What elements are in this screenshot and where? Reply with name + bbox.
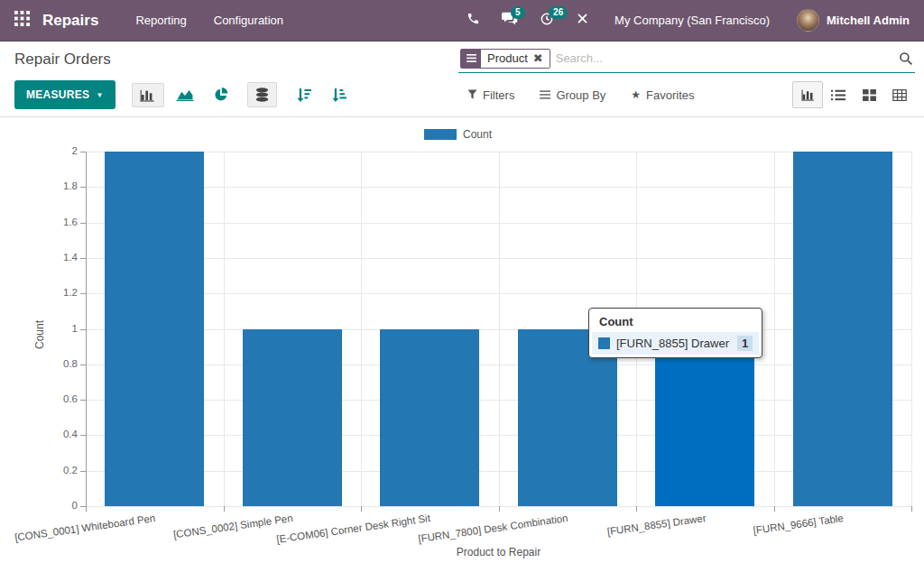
- control-panel: Repair Orders Product ✖ MEASURES ▼: [0, 42, 924, 117]
- y-tick-label: 2: [42, 145, 78, 156]
- y-tick-label: 0.4: [42, 429, 78, 439]
- debug-tools-button[interactable]: [565, 0, 600, 42]
- filters-menu[interactable]: Filters: [467, 88, 514, 102]
- view-switcher: [792, 81, 915, 108]
- legend-swatch: [424, 129, 457, 140]
- y-tick-label: 1.2: [42, 287, 78, 298]
- top-navbar: Repairs Reporting Configuration 5 26 My …: [0, 0, 924, 42]
- chevron-down-icon: ▼: [96, 91, 103, 99]
- search-bar: Product ✖: [458, 47, 915, 73]
- x-tick-mark: [636, 506, 637, 512]
- measures-button[interactable]: MEASURES ▼: [14, 80, 116, 109]
- gridline-vertical: [774, 152, 775, 506]
- x-tick-mark: [911, 506, 912, 512]
- y-tick-label: 0.6: [42, 393, 78, 404]
- switch-list-view-button[interactable]: [823, 81, 854, 108]
- y-tick-label: 1.6: [42, 217, 78, 227]
- messages-button[interactable]: 5: [491, 0, 529, 42]
- chart-tooltip: Count [FURN_8855] Drawer 1: [588, 308, 762, 358]
- facet-remove-icon[interactable]: ✖: [533, 52, 543, 64]
- tools-icon: [576, 12, 589, 29]
- apps-grid-icon: [14, 11, 30, 30]
- gridline-vertical: [224, 152, 225, 506]
- sort-ascending-button[interactable]: [323, 83, 355, 107]
- y-tick-label: 1.4: [42, 252, 78, 263]
- x-axis-title: Product to Repair: [86, 546, 911, 558]
- legend-item-count[interactable]: Count: [424, 128, 492, 141]
- x-axis-label: [FURN_7800] Desk Combination: [418, 512, 569, 544]
- facet-body: Product ✖: [481, 50, 550, 68]
- bar-[E-COM06] Corner Desk Right Sit[interactable]: [380, 329, 479, 507]
- x-tick-mark: [774, 506, 775, 512]
- legend-label: Count: [463, 128, 492, 141]
- activities-button[interactable]: 26: [529, 0, 565, 42]
- bar-chart-button[interactable]: [132, 83, 164, 107]
- favorites-menu[interactable]: ★ Favorites: [631, 88, 694, 102]
- stacked-toggle-button[interactable]: [247, 82, 277, 107]
- y-tick-label: 0.8: [42, 358, 78, 369]
- app-title[interactable]: Repairs: [42, 12, 98, 30]
- graph-view: Count Count Product to Repair Count [FUR…: [0, 117, 924, 562]
- filters-label: Filters: [483, 88, 514, 102]
- x-tick-mark: [499, 506, 500, 512]
- filter-funnel-icon: [467, 88, 477, 102]
- tooltip-series-label: [FURN_8855] Drawer: [616, 337, 729, 350]
- switch-graph-view-button[interactable]: [792, 81, 823, 108]
- user-name: Mitchell Admin: [827, 14, 910, 27]
- y-tick-label: 0.2: [42, 465, 78, 475]
- tooltip-header: Count: [589, 309, 762, 332]
- favorites-label: Favorites: [646, 88, 694, 102]
- company-switcher[interactable]: My Company (San Francisco): [600, 14, 784, 27]
- measures-label: MEASURES: [26, 88, 89, 101]
- pie-chart-button[interactable]: [206, 82, 236, 107]
- search-options: Filters Group By ★ Favorites: [467, 88, 695, 102]
- navbar-right: 5 26 My Company (San Francisco) Mitchell…: [456, 0, 910, 42]
- user-avatar: [797, 9, 819, 32]
- facet-groupby-icon: [461, 50, 481, 68]
- line-chart-button[interactable]: [168, 83, 202, 107]
- x-axis-label: [CONS_0001] Whiteboard Pen: [14, 512, 156, 543]
- phone-icon: [467, 12, 480, 29]
- tooltip-value: 1: [737, 336, 753, 351]
- breadcrumb-row: Repair Orders Product ✖: [0, 42, 924, 78]
- x-axis-label: [FURN_9666] Table: [753, 512, 844, 536]
- search-icon[interactable]: [899, 51, 913, 66]
- bar-[FURN_9666] Table[interactable]: [793, 152, 892, 506]
- groupby-label: Group By: [556, 88, 605, 102]
- y-tick-label: 1: [42, 323, 78, 334]
- switch-kanban-view-button[interactable]: [854, 81, 884, 108]
- x-tick-mark: [224, 506, 225, 512]
- user-menu[interactable]: Mitchell Admin: [784, 9, 910, 32]
- x-tick-mark: [361, 506, 362, 512]
- y-tick-label: 1.8: [42, 180, 78, 191]
- tooltip-swatch: [598, 337, 610, 349]
- switch-pivot-view-button[interactable]: [884, 81, 915, 108]
- nav-menu-reporting[interactable]: Reporting: [122, 0, 199, 42]
- search-input[interactable]: [550, 50, 899, 67]
- groupby-lines-icon: [540, 88, 550, 102]
- messages-badge: 5: [511, 6, 525, 19]
- page-title: Repair Orders: [14, 51, 458, 69]
- search-facet-product: Product ✖: [460, 49, 550, 69]
- gridline-vertical: [361, 152, 362, 506]
- gridline-vertical: [911, 152, 912, 506]
- groupby-menu[interactable]: Group By: [540, 88, 605, 102]
- tooltip-row: [FURN_8855] Drawer 1: [592, 332, 759, 355]
- star-icon: ★: [631, 88, 641, 101]
- y-tick-label: 0: [42, 500, 78, 511]
- facet-label: Product: [487, 51, 528, 65]
- gridline-vertical: [499, 152, 500, 506]
- nav-menu-configuration[interactable]: Configuration: [200, 0, 297, 42]
- x-axis-label: [E-COM06] Corner Desk Right Sit: [276, 512, 431, 545]
- voip-phone-button[interactable]: [456, 0, 491, 42]
- y-axis-line: [86, 152, 87, 507]
- bar-[CONS_0001] Whiteboard Pen[interactable]: [105, 152, 204, 506]
- chart-type-toolbar: [125, 82, 355, 107]
- toolbar-row: MEASURES ▼: [0, 78, 924, 112]
- sort-descending-button[interactable]: [288, 83, 319, 107]
- bar-[CONS_0002] Simple Pen[interactable]: [243, 329, 342, 507]
- apps-menu-button[interactable]: [14, 11, 30, 30]
- x-axis-label: [FURN_8855] Drawer: [606, 512, 707, 537]
